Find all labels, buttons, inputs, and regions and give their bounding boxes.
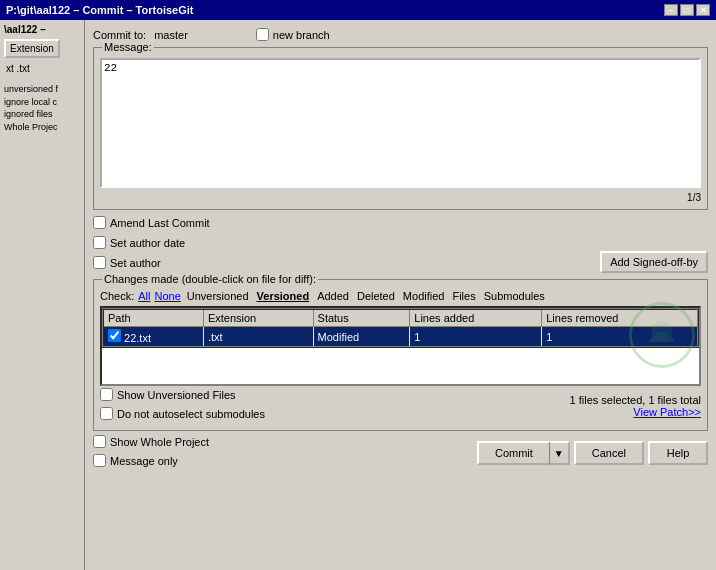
message-only-label: Message only bbox=[110, 455, 178, 467]
bottom-left-checks: Show Whole Project Message only bbox=[93, 435, 209, 471]
sidebar: \aal122 – Extension xt .txt unversioned … bbox=[0, 20, 85, 570]
changes-group-label: Changes made (double-click on file for d… bbox=[102, 273, 318, 285]
sidebar-info: unversioned f ignore local c ignored fil… bbox=[4, 83, 80, 133]
message-group: Message: 22 1/3 bbox=[93, 47, 708, 210]
amend-last-commit-label: Amend Last Commit bbox=[110, 217, 210, 229]
show-whole-project-label: Show Whole Project bbox=[110, 436, 209, 448]
extension-button[interactable]: Extension bbox=[4, 39, 60, 58]
tortoise-logo bbox=[627, 300, 697, 370]
commit-to-row: Commit to: master new branch bbox=[93, 28, 708, 41]
maximize-button[interactable]: □ bbox=[680, 4, 694, 16]
title-text: P:\git\aal122 – Commit – TortoiseGit bbox=[6, 4, 193, 16]
check-links-row: Check: All None Unversioned Versioned Ad… bbox=[100, 290, 701, 302]
message-textarea[interactable]: 22 bbox=[100, 58, 701, 188]
dialog-area: Commit to: master new branch Message: 22… bbox=[85, 20, 716, 570]
commit-dropdown-button[interactable]: ▼ bbox=[549, 441, 570, 465]
close-button[interactable]: ✕ bbox=[696, 4, 710, 16]
do-not-autoselect-checkbox[interactable] bbox=[100, 407, 113, 420]
filter-submodules[interactable]: Submodules bbox=[482, 290, 547, 302]
set-author-label: Set author bbox=[110, 257, 161, 269]
files-info: 1 files selected, 1 files total View Pat… bbox=[570, 394, 701, 418]
file-lines-added: 1 bbox=[410, 327, 542, 348]
help-button[interactable]: Help bbox=[648, 441, 708, 465]
col-lines-added: Lines added bbox=[410, 309, 542, 327]
check-label: Check: bbox=[100, 290, 134, 302]
minimize-button[interactable]: − bbox=[664, 4, 678, 16]
sidebar-title: \aal122 – bbox=[4, 24, 80, 35]
title-bar: P:\git\aal122 – Commit – TortoiseGit − □… bbox=[0, 0, 716, 20]
set-author-row: Set author bbox=[93, 256, 210, 269]
char-count: 1/3 bbox=[100, 192, 701, 203]
all-link[interactable]: All bbox=[138, 290, 150, 302]
file-table-container: Path Extension Status Lines added Lines … bbox=[100, 306, 701, 386]
message-group-label: Message: bbox=[102, 41, 154, 53]
sidebar-file: xt .txt bbox=[4, 62, 80, 75]
filter-versioned[interactable]: Versioned bbox=[255, 290, 312, 302]
main-container: \aal122 – Extension xt .txt unversioned … bbox=[0, 20, 716, 570]
options-checkboxes: Amend Last Commit Set author date Set au… bbox=[93, 216, 210, 273]
file-status: Modified bbox=[313, 327, 410, 348]
svg-point-1 bbox=[652, 321, 673, 342]
files-selected: 1 files selected, 1 files total bbox=[570, 394, 701, 406]
show-whole-project-row: Show Whole Project bbox=[93, 435, 209, 448]
show-unversioned-checkbox[interactable] bbox=[100, 388, 113, 401]
message-group-content: 22 1/3 bbox=[94, 48, 707, 209]
message-only-row: Message only bbox=[93, 454, 209, 467]
filter-unversioned[interactable]: Unversioned bbox=[185, 290, 251, 302]
commit-button-wrap: Commit ▼ bbox=[477, 441, 570, 465]
sidebar-info-line4: Whole Projec bbox=[4, 121, 80, 134]
amend-last-commit-row: Amend Last Commit bbox=[93, 216, 210, 229]
cancel-button[interactable]: Cancel bbox=[574, 441, 644, 465]
table-row[interactable]: 22.txt .txt Modified 1 1 bbox=[103, 327, 698, 348]
set-author-date-checkbox[interactable] bbox=[93, 236, 106, 249]
col-status: Status bbox=[313, 309, 410, 327]
none-link[interactable]: None bbox=[154, 290, 180, 302]
view-patch-link[interactable]: View Patch>> bbox=[633, 406, 701, 418]
show-unversioned-row-check: Show Unversioned Files bbox=[100, 388, 265, 401]
set-author-date-label: Set author date bbox=[110, 237, 185, 249]
file-checkbox[interactable] bbox=[108, 329, 121, 342]
amend-last-commit-checkbox[interactable] bbox=[93, 216, 106, 229]
col-path: Path bbox=[103, 309, 203, 327]
col-extension: Extension bbox=[203, 309, 313, 327]
new-branch-checkbox[interactable] bbox=[256, 28, 269, 41]
filter-modified[interactable]: Modified bbox=[401, 290, 447, 302]
show-unversioned-row: Show Unversioned Files Do not autoselect… bbox=[100, 388, 265, 424]
set-author-date-row: Set author date bbox=[93, 236, 210, 249]
changes-group: Changes made (double-click on file for d… bbox=[93, 279, 708, 431]
do-not-autoselect-label: Do not autoselect submodules bbox=[117, 408, 265, 420]
file-table: Path Extension Status Lines added Lines … bbox=[102, 308, 699, 348]
show-whole-project-checkbox[interactable] bbox=[93, 435, 106, 448]
set-author-checkbox[interactable] bbox=[93, 256, 106, 269]
sidebar-info-line1: unversioned f bbox=[4, 83, 80, 96]
options-row: Amend Last Commit Set author date Set au… bbox=[93, 216, 708, 273]
add-signed-off-button[interactable]: Add Signed-off-by bbox=[600, 251, 708, 273]
bottom-buttons: Commit ▼ Cancel Help bbox=[477, 441, 708, 465]
file-extension: .txt bbox=[203, 327, 313, 348]
show-unversioned-label: Show Unversioned Files bbox=[117, 389, 236, 401]
commit-to-label: Commit to: bbox=[93, 29, 146, 41]
changes-group-content: Check: All None Unversioned Versioned Ad… bbox=[94, 280, 707, 430]
commit-button[interactable]: Commit bbox=[477, 441, 549, 465]
commit-to-branch: master bbox=[154, 29, 188, 41]
do-not-autoselect-row: Do not autoselect submodules bbox=[100, 407, 265, 420]
filter-deleted[interactable]: Deleted bbox=[355, 290, 397, 302]
sidebar-info-line2: ignore local c bbox=[4, 96, 80, 109]
file-checkbox-cell[interactable]: 22.txt bbox=[103, 327, 203, 348]
changes-bottom: Show Unversioned Files Do not autoselect… bbox=[100, 388, 701, 424]
bottom-row: Show Whole Project Message only Commit ▼… bbox=[93, 435, 708, 471]
file-path: 22.txt bbox=[124, 332, 151, 344]
filter-added[interactable]: Added bbox=[315, 290, 351, 302]
message-only-checkbox[interactable] bbox=[93, 454, 106, 467]
sidebar-info-line3: ignored files bbox=[4, 108, 80, 121]
filter-files[interactable]: Files bbox=[450, 290, 477, 302]
title-controls: − □ ✕ bbox=[664, 4, 710, 16]
new-branch-label: new branch bbox=[273, 29, 330, 41]
